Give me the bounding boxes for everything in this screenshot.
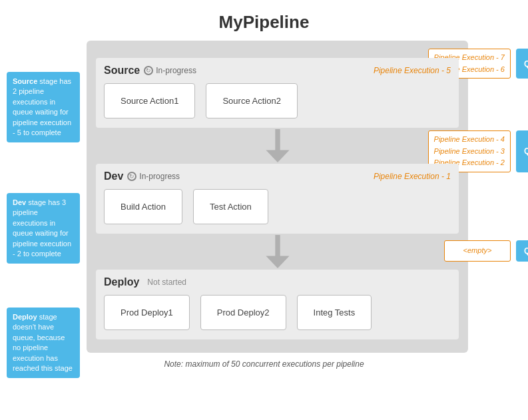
tooltip-dev-bold: Dev [13,198,26,206]
dev-stage-header: Dev ↻ In-progress Pipeline Execution - 1 [104,170,451,182]
source-stage-header: Source ↻ In-progress Pipeline Execution … [104,65,451,77]
queue3-badge: Queue #3 [516,240,528,262]
queue2-badge: Queue #2 [516,130,528,172]
dev-action1: Build Action [104,189,182,224]
svg-rect-0 [275,129,280,151]
main-container: MyPipeline Source stage has 2 pipeline e… [0,0,528,382]
dev-status-icon: ↻ [127,172,136,181]
arrow2: <empty> Queue #3 [96,234,459,270]
svg-rect-2 [275,235,280,257]
queue1-badge: Queue #1 [516,49,528,79]
deploy-stage: Deploy Not started Prod Deploy1 Prod Dep… [96,270,459,339]
source-actions-row: Source Action1 Source Action2 [104,83,451,118]
svg-marker-3 [266,256,289,268]
tooltip-source-bold: Source [13,77,37,85]
queue1-label: Queue #1 [524,59,528,69]
queue3-label: Queue #3 [524,246,528,256]
source-stage: Source ↻ In-progress Pipeline Execution … [96,58,459,128]
source-action2: Source Action2 [206,83,297,118]
tooltip-dev-text: stage has 3 pipeline executions in queue… [13,198,71,258]
deploy-action1: Prod Deploy1 [104,295,190,330]
dev-status-label: In-progress [139,172,180,181]
queue2-exec1: Pipeline Execution - 4 [434,134,505,146]
dev-actions-row: Build Action Test Action [104,189,451,224]
tooltip-deploy: Deploy stage doesn't have queue, because… [7,308,80,378]
queue2-exec2: Pipeline Execution - 3 [434,146,505,158]
page-title: MyPipeline [0,0,528,41]
dev-action2: Test Action [193,189,268,224]
deploy-action3: Integ Tests [297,295,372,330]
source-stage-execution: Pipeline Execution - 5 [374,66,451,75]
queue3-executions: <empty> [444,240,511,262]
deploy-stage-status: Not started [147,278,186,287]
tooltip-source: Source stage has 2 pipeline executions i… [7,72,80,142]
queue3-exec1: <empty> [463,246,492,254]
deploy-stage-header: Deploy Not started [104,276,451,288]
pipeline-area: Pipeline Execution - 7 Pipeline Executio… [87,41,468,353]
source-action1: Source Action1 [104,83,195,118]
deploy-actions-row: Prod Deploy1 Prod Deploy2 Integ Tests [104,295,451,330]
arrow1-svg [265,129,290,162]
tooltip-deploy-bold: Deploy [13,313,37,321]
dev-stage-name: Dev [104,170,123,182]
svg-marker-1 [266,150,289,162]
dev-stage-execution: Pipeline Execution - 1 [374,172,451,181]
source-status-icon: ↻ [144,66,153,75]
queue2-label: Queue #2 [524,146,528,156]
tooltip-dev: Dev stage has 3 pipeline executions in q… [7,193,80,264]
tooltip-source-text: stage has 2 pipeline executions in queue… [13,77,71,136]
tooltip-deploy-text: stage doesn't have queue, because no pip… [13,313,73,372]
source-stage-name: Source [104,65,140,77]
dev-stage: Dev ↻ In-progress Pipeline Execution - 1… [96,164,459,234]
source-stage-status: ↻ In-progress [144,66,196,75]
source-status-label: In-progress [156,66,196,75]
arrow1: Pipeline Execution - 4 Pipeline Executio… [96,128,459,164]
deploy-stage-name: Deploy [104,276,139,288]
deploy-action2: Prod Deploy2 [200,295,286,330]
arrow2-svg [265,235,290,268]
dev-stage-status: ↻ In-progress [127,172,180,181]
